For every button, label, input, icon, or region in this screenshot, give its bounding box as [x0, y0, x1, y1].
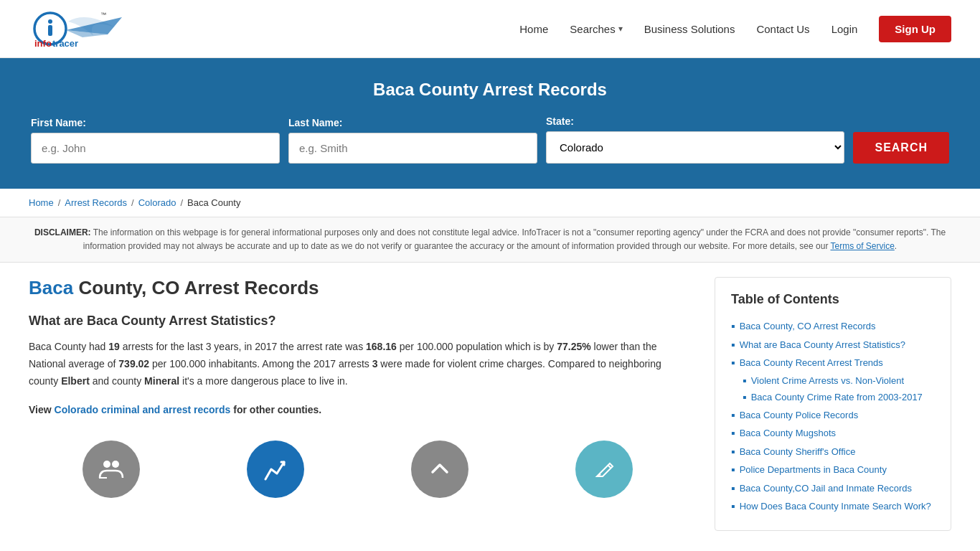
icon-item-4	[575, 441, 633, 498]
toc-item: ▪Baca County Recent Arrest Trends	[731, 354, 935, 372]
search-button[interactable]: SEARCH	[853, 132, 949, 164]
toc-link[interactable]: Baca County Sheriff's Office	[740, 445, 856, 459]
nav-contact-us[interactable]: Contact Us	[756, 23, 809, 35]
svg-text:tracer: tracer	[52, 38, 78, 49]
main-nav: Home Searches ▾ Business Solutions Conta…	[519, 16, 951, 42]
tos-link[interactable]: Terms of Service	[831, 241, 895, 251]
icon-chart	[247, 441, 304, 498]
toc-item: ▪Police Departments in Baca County	[731, 461, 935, 479]
breadcrumb-colorado[interactable]: Colorado	[138, 197, 176, 208]
toc-sub-link[interactable]: Baca County Crime Rate from 2003-2017	[751, 390, 923, 405]
para-view-rest: for other counties.	[230, 404, 321, 415]
para-county2: Mineral	[144, 375, 179, 387]
disclaimer-bar: DISCLAIMER: The information on this webp…	[0, 217, 980, 263]
content-right: Table of Contents ▪Baca County, CO Arres…	[715, 277, 951, 531]
state-group: State: AlabamaAlaskaArizonaArkansasCalif…	[546, 116, 844, 164]
svg-text:info: info	[34, 38, 52, 49]
logo[interactable]: info tracer ™	[29, 7, 129, 50]
article-title: Baca County, CO Arrest Records	[29, 277, 686, 299]
toc-link[interactable]: How Does Baca County Inmate Search Work?	[740, 499, 931, 514]
toc-list: ▪Baca County, CO Arrest Records▪What are…	[731, 317, 935, 516]
toc-link[interactable]: Police Departments in Baca County	[740, 463, 887, 477]
toc-item: ▪Baca County Police Records	[731, 406, 935, 425]
disclaimer-text: The information on this webpage is for g…	[83, 227, 946, 251]
para-county1: Elbert	[61, 375, 90, 387]
toc-item: ▪Baca County Sheriff's Office	[731, 443, 935, 461]
disclaimer-period: .	[895, 241, 897, 251]
colorado-link[interactable]: Colorado criminal and arrest records	[55, 404, 231, 415]
toc-bullet: ▪	[731, 357, 735, 369]
toc-link[interactable]: Baca County, CO Arrest Records	[740, 319, 876, 334]
icon-row	[29, 433, 686, 498]
toc-title: Table of Contents	[731, 292, 935, 307]
toc-sub-item: ▪Violent Crime Arrests vs. Non-Violent	[743, 372, 935, 390]
toc-bullet: ▪	[731, 409, 735, 422]
search-form: First Name: Last Name: State: AlabamaAla…	[31, 116, 949, 164]
hero-section: Baca County Arrest Records First Name: L…	[0, 58, 980, 189]
first-name-group: First Name:	[31, 117, 280, 164]
nav-business-solutions[interactable]: Business Solutions	[644, 23, 735, 35]
toc-link[interactable]: Baca County Recent Arrest Trends	[740, 356, 883, 370]
toc-sub-bullet: ▪	[743, 391, 747, 404]
para-intro: Baca County had	[29, 341, 108, 352]
article-paragraph-2: View Colorado criminal and arrest record…	[29, 402, 686, 419]
breadcrumb-home[interactable]: Home	[29, 197, 54, 208]
icon-item-1	[83, 441, 140, 498]
article-paragraph-1: Baca County had 19 arrests for the last …	[29, 339, 686, 390]
toc-sub-item: ▪Baca County Crime Rate from 2003-2017	[743, 389, 935, 406]
icon-people	[83, 441, 140, 498]
para-national-avg: 739.02	[118, 358, 149, 369]
toc-sub-bullet: ▪	[743, 375, 747, 387]
icon-scroll-up[interactable]	[411, 441, 468, 498]
para-p2: per 100.000 population which is by	[397, 341, 557, 352]
toc-link[interactable]: Baca County Police Records	[740, 408, 858, 423]
toc-item: ▪Baca County,CO Jail and Inmate Records	[731, 479, 935, 498]
toc-item: ▪How Does Baca County Inmate Search Work…	[731, 497, 935, 516]
toc-link[interactable]: Baca County,CO Jail and Inmate Records	[740, 481, 912, 496]
section-heading: What are Baca County Arrest Statistics?	[29, 314, 686, 329]
toc-item: ▪What are Baca County Arrest Statistics?	[731, 336, 935, 354]
para-pct: 77.25%	[557, 341, 590, 352]
para-p6: and county	[90, 375, 144, 387]
state-select[interactable]: AlabamaAlaskaArizonaArkansasCaliforniaCo…	[546, 131, 844, 164]
first-name-input[interactable]	[31, 133, 280, 164]
last-name-group: Last Name:	[288, 117, 537, 164]
last-name-input[interactable]	[288, 133, 537, 164]
breadcrumb-arrest-records[interactable]: Arrest Records	[65, 197, 127, 208]
breadcrumb-current: Baca County	[187, 197, 240, 208]
main-content: Baca County, CO Arrest Records What are …	[0, 263, 980, 545]
toc-bullet: ▪	[731, 482, 735, 495]
para-arrests-num: 19	[108, 341, 120, 352]
para-view-text: View	[29, 404, 55, 415]
svg-point-1	[48, 19, 52, 24]
toc-bullet: ▪	[731, 463, 735, 476]
svg-rect-2	[48, 25, 52, 36]
disclaimer-label: DISCLAIMER:	[34, 227, 91, 237]
last-name-label: Last Name:	[288, 117, 537, 128]
nav-searches[interactable]: Searches ▾	[570, 23, 622, 35]
nav-searches-label: Searches	[570, 23, 615, 35]
toc-link[interactable]: Baca County Mugshots	[740, 426, 836, 441]
para-rate: 168.16	[366, 341, 397, 352]
article-title-rest: County, CO Arrest Records	[73, 277, 319, 298]
breadcrumb-bar: Home / Arrest Records / Colorado / Baca …	[0, 189, 980, 217]
para-p7: it's a more dangerous place to live in.	[179, 375, 348, 387]
toc-item: ▪Baca County, CO Arrest Records	[731, 317, 935, 336]
signup-button[interactable]: Sign Up	[879, 16, 951, 42]
breadcrumb-sep-1: /	[58, 197, 61, 208]
toc-bullet: ▪	[731, 427, 735, 440]
toc-sub-list: ▪Violent Crime Arrests vs. Non-Violent▪B…	[731, 372, 935, 406]
para-p1: arrests for the last 3 years, in 2017 th…	[120, 341, 366, 352]
svg-line-8	[608, 465, 611, 468]
toc-link[interactable]: What are Baca County Arrest Statistics?	[740, 338, 905, 352]
searches-dropdown-icon: ▾	[618, 24, 623, 34]
login-button[interactable]: Login	[831, 23, 858, 35]
toc-sub-link[interactable]: Violent Crime Arrests vs. Non-Violent	[751, 374, 904, 388]
hero-title: Baca County Arrest Records	[29, 80, 951, 100]
toc-bullet: ▪	[731, 339, 735, 352]
breadcrumb: Home / Arrest Records / Colorado / Baca …	[29, 197, 951, 208]
first-name-label: First Name:	[31, 117, 280, 128]
para-p4: per 100.000 inhabitants. Among the 2017 …	[149, 358, 372, 369]
article-title-highlight: Baca	[29, 277, 73, 298]
nav-home[interactable]: Home	[519, 23, 548, 35]
